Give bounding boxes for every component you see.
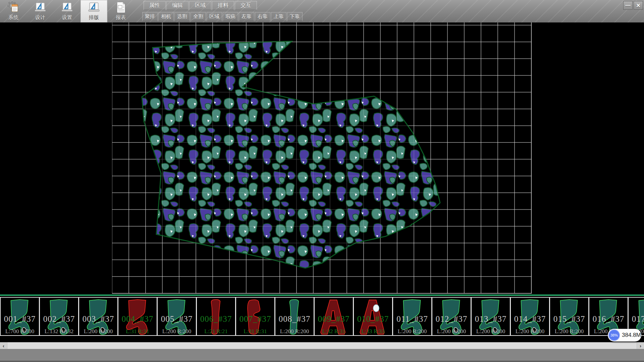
piece-id-label: 007_#37 xyxy=(236,314,274,324)
toolbar: 系统设计设置排版报表 属性编辑区域排料交互 聚排相机选割全割区域瑕疵左靠右靠上靠… xyxy=(0,0,644,22)
thumbnail-cell[interactable]: 001_#37L:700 R:700 xyxy=(0,297,40,336)
piece-id-label: 001_#37 xyxy=(1,314,39,324)
toolbar-button-label: 报表 xyxy=(116,14,126,21)
tab-properties[interactable]: 属性 xyxy=(144,1,166,10)
piece-id-label: 013_#37 xyxy=(472,314,510,324)
defect-hole xyxy=(373,305,379,312)
thumbnail-cell[interactable]: 013_#37L:200 R:200 xyxy=(471,297,511,336)
status-bar xyxy=(0,349,644,362)
piece-count-label: L:200 R:200 xyxy=(79,328,117,335)
thumbnail-cell[interactable]: 015_#37L:200 R:200 xyxy=(549,297,589,336)
status-badge: 38% 384.8M xyxy=(608,329,641,342)
menu-tab-row: 属性编辑区域排料交互 xyxy=(144,1,257,10)
piece-count-label: L:200 R:200 xyxy=(275,328,314,335)
piece-id-label: 008_#37 xyxy=(275,314,314,324)
toolbar-button-system[interactable]: 系统 xyxy=(0,0,27,22)
tab-interact[interactable]: 交互 xyxy=(235,1,257,10)
toolbar-button-design[interactable]: 设计 xyxy=(27,0,54,22)
toolbar-button-settings[interactable]: 设置 xyxy=(54,0,80,22)
design-board-icon xyxy=(60,1,74,14)
nesting-canvas-svg xyxy=(112,22,532,294)
scroll-left-arrow-icon[interactable]: ‹ xyxy=(0,342,7,349)
action-snap-left[interactable]: 左靠 xyxy=(239,12,254,21)
piece-id-label: 010_#37 xyxy=(354,314,392,324)
piece-count-label: L:32 R:31 xyxy=(315,328,353,335)
piece-count-label: L:31 R:31 xyxy=(118,328,157,335)
main-button-group: 系统设计设置排版报表 xyxy=(0,0,134,22)
toolbar-button-report[interactable]: 报表 xyxy=(107,0,134,22)
horizontal-scrollbar[interactable]: ‹ › xyxy=(0,342,644,349)
action-region[interactable]: 区域 xyxy=(207,12,222,21)
thumbnail-cell[interactable]: 014_#37L:200 R:200 xyxy=(510,297,550,336)
toolbar-button-label: 排版 xyxy=(89,14,99,21)
action-snap-up[interactable]: 上靠 xyxy=(271,12,286,21)
thumbnail-cell[interactable]: 002_#37L:132 R:132 xyxy=(39,297,79,336)
action-snap-right[interactable]: 右靠 xyxy=(255,12,270,21)
tab-region[interactable]: 区域 xyxy=(189,1,211,10)
piece-count-label: L:200 R:200 xyxy=(393,328,431,335)
thumbnail-cell[interactable]: 009_#37L:32 R:31 xyxy=(314,297,354,336)
tab-edit[interactable]: 编辑 xyxy=(166,1,189,10)
nesting-app-window: 系统设计设置排版报表 属性编辑区域排料交互 聚排相机选割全割区域瑕疵左靠右靠上靠… xyxy=(0,0,644,362)
piece-count-label: L:200 R:200 xyxy=(432,328,471,335)
close-button[interactable]: ✕ xyxy=(634,1,643,10)
piece-id-label: 002_#37 xyxy=(40,314,78,324)
piece-count-label: L:200 R:200 xyxy=(550,328,588,335)
thumbnail-cell[interactable]: 006_#37L:21 R:21 xyxy=(196,297,236,336)
thumbnail-cell[interactable]: 008_#37L:200 R:200 xyxy=(275,297,314,336)
system-gear-icon xyxy=(7,1,20,14)
piece-count-label: L:33 R:33 xyxy=(354,328,392,335)
piece-id-label: 005_#37 xyxy=(158,314,196,324)
piece-id-label: 006_#37 xyxy=(197,314,235,324)
piece-count-label: L:200 R:200 xyxy=(158,328,196,335)
thumbnail-cell[interactable]: 010_#37L:33 R:33 xyxy=(353,297,393,336)
piece-id-label: 014_#37 xyxy=(511,314,549,324)
piece-id-label: 017_#37 xyxy=(629,314,644,324)
tab-nesting[interactable]: 排料 xyxy=(212,1,234,10)
report-doc-icon xyxy=(114,1,127,14)
memory-usage-label: 384.8M xyxy=(622,329,641,342)
toolbar-button-label: 设计 xyxy=(35,14,45,21)
thumbnail-cell[interactable]: 004_#37L:31 R:31 xyxy=(118,297,157,336)
design-board-icon xyxy=(34,1,47,14)
thumbnail-cell[interactable]: 012_#37L:200 R:200 xyxy=(432,297,471,336)
piece-count-label: L:31 R:31 xyxy=(236,328,274,335)
action-camera[interactable]: 相机 xyxy=(158,12,174,21)
nesting-canvas[interactable] xyxy=(112,22,532,294)
action-button-row: 聚排相机选割全割区域瑕疵左靠右靠上靠下靠 xyxy=(142,12,303,21)
piece-id-label: 015_#37 xyxy=(550,314,588,324)
thumbnail-cell[interactable]: 011_#37L:200 R:200 xyxy=(392,297,432,336)
design-board-icon xyxy=(87,1,101,14)
action-cut-all[interactable]: 全割 xyxy=(191,12,206,21)
pattern-thumbnail-row: 001_#37L:700 R:700002_#37L:132 R:132003_… xyxy=(0,297,644,336)
minimize-button[interactable]: — xyxy=(623,1,633,10)
piece-id-label: 009_#37 xyxy=(315,314,353,324)
piece-id-label: 011_#37 xyxy=(393,314,431,324)
toolbar-button-label: 系统 xyxy=(8,14,18,21)
piece-count-label: L:132 R:132 xyxy=(40,328,78,335)
toolbar-button-label: 设置 xyxy=(62,14,72,21)
action-defect[interactable]: 瑕疵 xyxy=(223,12,238,21)
usage-percent-badge: 38% xyxy=(608,329,620,341)
piece-id-label: 004_#37 xyxy=(118,314,157,324)
scroll-right-arrow-icon[interactable]: › xyxy=(637,342,644,349)
action-snap-down[interactable]: 下靠 xyxy=(287,12,303,21)
piece-id-label: 012_#37 xyxy=(432,314,471,324)
piece-count-label: L:200 R:200 xyxy=(472,328,510,335)
action-cluster-nest[interactable]: 聚排 xyxy=(142,12,158,21)
pattern-thumbnail-strip: 001_#37L:700 R:700002_#37L:132 R:132003_… xyxy=(0,295,644,342)
action-select-cut[interactable]: 选割 xyxy=(174,12,190,21)
piece-count-label: L:21 R:21 xyxy=(197,328,235,335)
window-controls: — ✕ xyxy=(623,1,643,10)
thumbnail-cell[interactable]: 007_#37L:31 R:31 xyxy=(235,297,275,336)
piece-id-label: 003_#37 xyxy=(79,314,117,324)
thumbnail-cell[interactable]: 005_#37L:200 R:200 xyxy=(157,297,197,336)
piece-count-label: L:200 R:200 xyxy=(511,328,549,335)
piece-id-label: 016_#37 xyxy=(589,314,628,324)
toolbar-button-layout[interactable]: 排版 xyxy=(80,0,107,22)
thumbnail-cell[interactable]: 003_#37L:200 R:200 xyxy=(78,297,118,336)
piece-count-label: L:700 R:700 xyxy=(1,328,39,335)
